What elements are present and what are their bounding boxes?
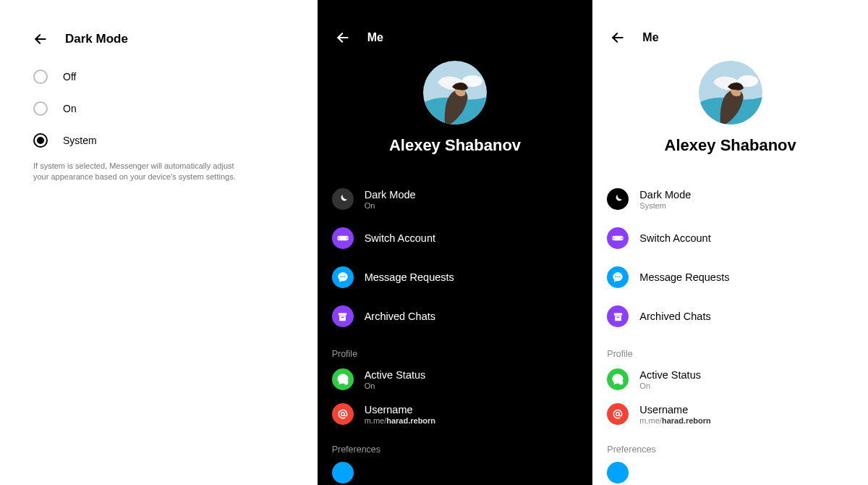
menu-item-archived-chats[interactable]: Archived Chats [330, 297, 581, 336]
menu-subtitle: On [639, 381, 701, 390]
profile-name: Alexey Shabanov [330, 136, 581, 155]
svg-point-16 [619, 276, 621, 277]
svg-point-10 [344, 381, 348, 385]
archive-icon [607, 305, 629, 327]
profile-name: Alexey Shabanov [605, 136, 856, 155]
switch-account-icon [332, 227, 354, 249]
moon-icon [332, 188, 354, 210]
page-title: Me [367, 31, 383, 44]
back-arrow-icon[interactable] [610, 30, 625, 45]
section-header-profile: Profile [330, 336, 581, 362]
archive-icon [332, 305, 354, 327]
menu-item-username[interactable]: Username m.me/harad.reborn [330, 397, 581, 431]
radio-label: Off [63, 71, 76, 83]
menu-item-archived-chats[interactable]: Archived Chats [605, 297, 856, 336]
menu-item-active-status[interactable]: Active Status On [605, 362, 856, 397]
menu-item-dark-mode[interactable]: Dark Mode System [605, 180, 856, 219]
menu-item-dark-mode[interactable]: Dark Mode On [330, 180, 581, 219]
back-arrow-icon[interactable] [33, 32, 48, 46]
svg-rect-8 [339, 313, 346, 315]
svg-rect-17 [614, 313, 622, 315]
moon-icon [607, 188, 629, 210]
me-screen-light: Me Alexey Shabanov Dark Mode System Swit… [592, 0, 868, 485]
svg-point-19 [619, 381, 624, 385]
back-arrow-icon[interactable] [336, 30, 350, 45]
menu-subtitle: m.me/harad.reborn [365, 416, 435, 425]
me-screen-dark: Me Alexey Shabanov Dark Mode On Switch A… [318, 0, 593, 485]
menu-item-username[interactable]: Username m.me/harad.reborn [605, 397, 856, 431]
switch-account-icon [607, 227, 629, 249]
menu-item-message-requests[interactable]: Message Requests [330, 258, 581, 297]
chat-bubble-icon [332, 266, 354, 288]
menu-label: Username [365, 404, 435, 416]
active-status-icon [607, 368, 629, 390]
svg-rect-9 [341, 316, 344, 317]
radio-label: System [63, 135, 97, 146]
menu-label: Archived Chats [365, 311, 435, 322]
chat-bubble-icon [607, 266, 629, 288]
radio-option-on[interactable]: On [33, 101, 284, 116]
avatar[interactable] [423, 61, 487, 125]
at-sign-icon [332, 403, 354, 425]
active-status-icon [332, 368, 354, 390]
menu-label: Active Status [365, 369, 426, 381]
menu-item-active-status[interactable]: Active Status On [330, 362, 581, 397]
radio-button-selected-icon [33, 133, 48, 148]
page-title: Dark Mode [65, 32, 128, 46]
svg-point-14 [616, 276, 617, 277]
svg-rect-13 [615, 236, 621, 241]
svg-point-5 [340, 276, 341, 277]
radio-option-off[interactable]: Off [33, 69, 284, 84]
svg-point-15 [617, 276, 618, 277]
menu-label: Message Requests [365, 271, 454, 283]
menu-label: Dark Mode [639, 189, 691, 201]
menu-label: Dark Mode [365, 189, 416, 201]
peek-menu-icon[interactable] [607, 462, 629, 484]
menu-label: Message Requests [639, 271, 729, 283]
menu-item-switch-account[interactable]: Switch Account [330, 219, 581, 258]
menu-label: Switch Account [639, 232, 710, 244]
menu-item-switch-account[interactable]: Switch Account [605, 219, 856, 258]
svg-point-6 [342, 276, 344, 277]
svg-point-7 [344, 276, 345, 277]
menu-label: Username [639, 404, 710, 416]
svg-rect-4 [339, 236, 346, 241]
radio-button-icon [33, 69, 48, 84]
radio-button-icon [33, 101, 48, 116]
page-title: Me [642, 31, 658, 44]
section-header-preferences: Preferences [330, 431, 581, 457]
menu-label: Switch Account [365, 232, 435, 244]
at-sign-icon [607, 403, 629, 425]
peek-menu-icon[interactable] [332, 462, 354, 484]
menu-item-message-requests[interactable]: Message Requests [605, 258, 856, 297]
menu-subtitle: m.me/harad.reborn [639, 416, 710, 425]
avatar[interactable] [699, 61, 762, 125]
radio-label: On [63, 103, 77, 114]
section-header-profile: Profile [605, 336, 856, 362]
radio-option-system[interactable]: System [33, 133, 284, 148]
menu-label: Archived Chats [639, 311, 710, 322]
menu-label: Active Status [639, 369, 701, 381]
menu-subtitle: On [365, 381, 426, 390]
section-header-preferences: Preferences [605, 431, 856, 457]
settings-note: If system is selected, Messenger will au… [33, 161, 250, 183]
svg-rect-18 [616, 316, 619, 317]
menu-subtitle: System [639, 201, 691, 210]
menu-subtitle: On [365, 201, 416, 210]
dark-mode-settings-screen: Dark Mode Off On System If system is sel… [0, 0, 318, 485]
